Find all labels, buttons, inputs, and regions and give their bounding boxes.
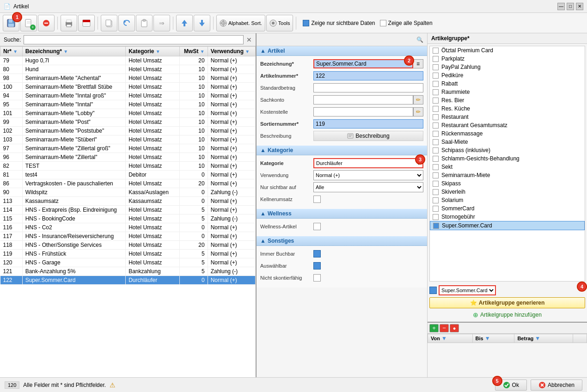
export-button[interactable] (78, 15, 95, 31)
gruppe-item-checkbox[interactable] (433, 189, 439, 195)
delete-button[interactable] (38, 15, 55, 31)
gruppe-item-checkbox[interactable] (433, 73, 439, 79)
gruppe-item-checkbox[interactable] (433, 48, 439, 54)
col-header-mwst[interactable]: MwSt ▼ (179, 47, 208, 56)
table-row[interactable]: 86 Vertragskosten - Die pauschalierten H… (0, 179, 256, 188)
kategorie-select[interactable]: Durchläufer Hotel Umsatz Debitor Kassa/A… (313, 158, 423, 168)
gruppe-item-checkbox[interactable] (433, 214, 439, 220)
lr-remove-button[interactable]: − (440, 324, 449, 332)
table-row[interactable]: 113 Kassaumsatz Kassaumsatz 0 Normal (+) (0, 197, 256, 206)
table-row[interactable]: 117 HNS - Insurance/Reiseversicherung Ho… (0, 232, 256, 241)
gruppe-item-checkbox[interactable] (433, 147, 439, 153)
list-item[interactable]: Res. Bier (430, 96, 585, 104)
wellness-section-header[interactable]: ▲ Wellness (257, 209, 427, 219)
cancel-button[interactable]: Abbrechen (531, 380, 582, 391)
table-row[interactable]: 97 Seminarraum-Miete "Zillertal groß" Ho… (0, 144, 256, 153)
table-row[interactable]: 114 HNS - Extrapreis (Bsp. Eindreinigung… (0, 206, 256, 214)
table-row[interactable]: 98 Seminarraum-Miete "Achental" Hotel Um… (0, 74, 256, 83)
sachkonto-input[interactable] (313, 95, 413, 104)
table-row[interactable]: 100 Seminarraum-Miete "Brettfall Stübe H… (0, 83, 256, 92)
visible-data-check[interactable] (303, 20, 309, 26)
table-row[interactable]: 119 HNS - Frühstück Hotel Umsatz 5 Norma… (0, 250, 256, 258)
gruppe-item-checkbox[interactable] (433, 206, 439, 212)
verwendung-select[interactable]: Normal (+) Zahlung (-) (313, 170, 423, 180)
list-item[interactable]: PayPal Zahlung (430, 63, 585, 71)
all-columns-check[interactable] (380, 20, 386, 26)
auswaehlbar-checkbox[interactable] (313, 262, 321, 270)
new-button[interactable]: + (20, 15, 37, 31)
sachkonto-edit-button[interactable]: ✏ (413, 95, 423, 104)
lr-add-button[interactable]: + (429, 324, 439, 332)
gruppe-item-checkbox[interactable] (433, 139, 439, 145)
lr-extra-button[interactable]: ● (450, 324, 459, 332)
list-item[interactable]: Seminarraum-Miete (430, 171, 585, 179)
gruppe-item-checkbox[interactable] (433, 106, 439, 112)
table-row[interactable]: 101 Seminarraum-Miete "Lobby" Hotel Umsa… (0, 109, 256, 118)
list-item[interactable]: Stornogebühr (430, 213, 585, 221)
table-row[interactable]: 103 Seminarraum-Miete "Stüberl" Hotel Um… (0, 135, 256, 144)
list-item[interactable]: Saal-Miete (430, 138, 585, 146)
gruppe-item-checkbox[interactable] (433, 114, 439, 120)
detail-search-icon[interactable]: 🔍 (416, 37, 423, 43)
gruppe-item-checkbox[interactable] (433, 156, 439, 162)
sort-button[interactable]: Alphabet. Sort. (216, 15, 265, 31)
table-row[interactable]: 79 Hugo 0,7l Hotel Umsatz 20 Normal (+) (0, 56, 256, 65)
table-row[interactable]: 102 Seminarraum-Miete "Poststube" Hotel … (0, 127, 256, 135)
table-row[interactable]: 99 Seminarraum-Miete "Post" Hotel Umsatz… (0, 118, 256, 127)
wellness-artikel-checkbox[interactable] (313, 223, 321, 230)
list-item[interactable]: Raummiete (430, 88, 585, 96)
list-item[interactable]: Res. Küche (430, 104, 585, 113)
kostenstelle-edit-button[interactable]: ✏ (413, 107, 423, 116)
paste-button[interactable] (136, 15, 153, 31)
forward-button[interactable]: ⇒ (153, 15, 170, 31)
table-row[interactable]: 81 test4 Debitor 0 Normal (+) (0, 171, 256, 179)
list-item[interactable]: Solarium (430, 196, 585, 204)
tools-button[interactable]: Tools (266, 15, 294, 31)
col-header-bez[interactable]: Bezeichnung* ▼ (22, 47, 126, 56)
list-item[interactable]: Skipass (430, 179, 585, 188)
visible-data-checkbox-group[interactable]: Zeige nur sichtbare Daten (303, 20, 375, 26)
table-row[interactable]: 115 HNS - BookingCode Hotel Umsatz 5 Zah… (0, 214, 256, 223)
gruppe-item-checkbox[interactable] (433, 122, 439, 129)
all-columns-checkbox-group[interactable]: Zeige alle Spalten (380, 20, 433, 26)
sortiernummer-input[interactable] (313, 119, 423, 129)
list-item[interactable]: Super.Sommer.Card (430, 221, 585, 230)
gruppe-item-checkbox[interactable] (433, 131, 439, 137)
minimize-button[interactable]: — (557, 3, 565, 10)
sonstiges-section-header[interactable]: ▲ Sonstiges (257, 236, 427, 246)
col-header-verw[interactable]: Verwendung ▼ (208, 47, 255, 56)
beschreibung-button[interactable]: Beschreibung (313, 131, 423, 141)
artikelnummer-input[interactable] (313, 71, 423, 80)
gruppe-item-checkbox[interactable] (433, 197, 439, 203)
search-close-button[interactable]: ✕ (246, 36, 252, 43)
search-input[interactable] (24, 35, 244, 44)
copy-button[interactable] (101, 15, 117, 31)
bezeichnung-menu-button[interactable]: ≡ (413, 59, 423, 68)
gruppe-item-checkbox[interactable] (433, 98, 439, 104)
gruppe-item-checkbox[interactable] (433, 181, 439, 187)
add-gruppe-button[interactable]: ⊕ Artikelgruppe hinzufügen (429, 310, 585, 320)
gruppe-item-checkbox[interactable] (433, 172, 439, 178)
undo-button[interactable] (118, 15, 135, 31)
table-row[interactable]: 116 HNS - Co2 Hotel Umsatz 0 Normal (+) (0, 223, 256, 232)
gruppe-item-checkbox[interactable] (433, 89, 439, 95)
list-item[interactable]: SommerCard (430, 204, 585, 213)
table-row[interactable]: 96 Seminarraum-Miete "Zillertal" Hotel U… (0, 153, 256, 162)
list-item[interactable]: Pediküre (430, 71, 585, 80)
list-item[interactable]: Restaurant Gesamtumsatz (430, 121, 585, 129)
table-row[interactable]: 95 Seminarraum-Miete "Inntal" Hotel Umsa… (0, 100, 256, 109)
col-header-nr[interactable]: Nr* ▼ (0, 47, 23, 56)
nicht-skontierfaehig-checkbox[interactable] (313, 274, 321, 282)
list-item[interactable]: Parkplatz (430, 55, 585, 63)
list-item[interactable]: Sekt (430, 163, 585, 171)
print-button[interactable] (61, 15, 77, 31)
move-down-button[interactable] (194, 15, 210, 31)
nur-sichtbar-select[interactable]: Alle (313, 182, 423, 192)
gruppe-item-checkbox[interactable] (433, 223, 439, 229)
kategorie-section-header[interactable]: ▲ Kategorie (257, 146, 427, 155)
gruppe-select[interactable]: Super.Sommer.Card (439, 285, 496, 295)
list-item[interactable]: Skiverleih (430, 188, 585, 196)
kellnerumsatz-checkbox[interactable] (313, 196, 321, 203)
generate-gruppe-button[interactable]: ⭐ Artikelgruppe generieren (429, 297, 585, 308)
table-row[interactable]: 118 HNS - Other/Sonstige Services Hotel … (0, 241, 256, 250)
